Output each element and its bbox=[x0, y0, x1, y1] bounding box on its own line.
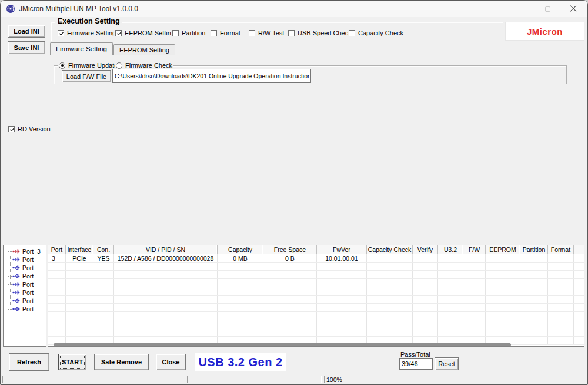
column-header-partition[interactable]: Partition bbox=[520, 245, 548, 254]
table-cell bbox=[463, 287, 486, 295]
tree-item-port[interactable]: Port bbox=[4, 288, 46, 297]
tree-item-port[interactable]: Port bbox=[4, 255, 46, 264]
window-title: JMicron MultipleLUN MP Tool v1.0.0.0 bbox=[19, 5, 138, 13]
tree-item-port[interactable]: Port bbox=[4, 272, 46, 280]
checkbox-label: Firmware Setting bbox=[67, 29, 116, 36]
status-pane-2 bbox=[187, 376, 322, 383]
tree-item-port-3[interactable]: Port 3 bbox=[4, 247, 46, 255]
table-cell bbox=[263, 320, 317, 328]
brand-logo: JMicron bbox=[527, 26, 563, 36]
tree-item-port[interactable]: Port bbox=[4, 264, 46, 272]
column-header-vid-pid-sn[interactable]: VID / PID / SN bbox=[114, 245, 218, 254]
exec-checkbox-r-w-test[interactable]: R/W Test bbox=[248, 29, 285, 36]
minimize-icon bbox=[519, 9, 525, 9]
table-cell bbox=[48, 296, 66, 303]
table-cell bbox=[486, 254, 520, 262]
close-button[interactable] bbox=[560, 1, 586, 17]
table-cell bbox=[114, 296, 218, 303]
exec-checkbox-partition[interactable]: Partition bbox=[171, 29, 206, 36]
column-header-eeprom[interactable]: EEPROM bbox=[486, 245, 520, 254]
table-cell bbox=[520, 263, 548, 270]
rd-version-checkbox[interactable]: RD Version bbox=[7, 125, 52, 132]
table-cell bbox=[438, 320, 463, 328]
column-header-fwver[interactable]: FwVer bbox=[317, 245, 367, 254]
tree-item-port[interactable]: Port bbox=[4, 305, 46, 313]
tree-item-port[interactable]: Port bbox=[4, 280, 46, 288]
table-cell bbox=[438, 296, 463, 303]
table-cell bbox=[48, 279, 66, 287]
checkbox-icon bbox=[172, 30, 179, 36]
close-app-button[interactable]: Close bbox=[156, 354, 186, 370]
column-header-capacity-check[interactable]: Capacity Check bbox=[367, 245, 413, 254]
usb-icon bbox=[12, 248, 21, 254]
safe-remove-button[interactable]: Safe Remove bbox=[94, 354, 149, 370]
refresh-button[interactable]: Refresh bbox=[9, 353, 49, 371]
tab-firmware-setting[interactable]: Firmware Setting bbox=[50, 42, 113, 55]
table-cell bbox=[66, 287, 93, 295]
pass-total-input[interactable] bbox=[399, 358, 433, 370]
fw-file-path-input[interactable] bbox=[112, 69, 311, 83]
table-cell bbox=[367, 263, 413, 270]
tree-item-label: Port bbox=[22, 256, 34, 263]
table-cell: YES bbox=[93, 254, 114, 262]
exec-checkbox-usb-speed-check[interactable]: USB Speed Check bbox=[287, 29, 353, 36]
title-bar: JMicron MultipleLUN MP Tool v1.0.0.0 bbox=[1, 1, 587, 17]
table-cell bbox=[66, 304, 93, 311]
app-window: JMicron MultipleLUN MP Tool v1.0.0.0 Loa… bbox=[0, 0, 588, 385]
column-header-format[interactable]: Format bbox=[548, 245, 574, 254]
table-cell bbox=[438, 287, 463, 295]
column-header-interface[interactable]: Interface bbox=[66, 245, 93, 254]
minimize-button[interactable] bbox=[509, 1, 534, 17]
firmware-update-label: Firmware Update bbox=[68, 62, 118, 69]
table-cell: 0 B bbox=[263, 254, 317, 262]
table-cell: PCIe bbox=[66, 254, 93, 262]
table-cell bbox=[263, 312, 317, 320]
maximize-button bbox=[534, 1, 560, 17]
table-cell bbox=[548, 296, 574, 303]
table-cell bbox=[66, 320, 93, 328]
column-header-u3.2[interactable]: U3.2 bbox=[438, 245, 463, 254]
tree-branch-line bbox=[8, 301, 12, 301]
column-header-verify[interactable]: Verify bbox=[413, 245, 438, 254]
table-cell bbox=[66, 296, 93, 303]
brand-logo-box: JMicron bbox=[505, 22, 584, 41]
exec-checkbox-format[interactable]: Format bbox=[209, 29, 242, 36]
load-ini-button[interactable]: Load INI bbox=[8, 25, 45, 38]
column-header-capacity[interactable]: Capacity bbox=[218, 245, 263, 254]
table-cell bbox=[218, 304, 263, 311]
horizontal-scrollbar[interactable] bbox=[54, 343, 511, 346]
table-cell bbox=[486, 304, 520, 311]
column-header-port[interactable]: Port bbox=[48, 245, 66, 254]
load-fw-file-button[interactable]: Load F/W File bbox=[62, 70, 111, 82]
table-cell bbox=[114, 279, 218, 287]
table-cell bbox=[413, 304, 438, 311]
start-button[interactable]: START bbox=[58, 354, 86, 370]
tree-item-port[interactable]: Port bbox=[4, 297, 46, 305]
table-cell bbox=[114, 304, 218, 311]
column-header-f-w[interactable]: F/W bbox=[463, 245, 486, 254]
exec-checkbox-eeprom-setting[interactable]: EEPROM Setting bbox=[114, 29, 176, 36]
radio-icon bbox=[116, 62, 122, 69]
save-ini-button[interactable]: Save INI bbox=[8, 41, 45, 54]
table-cell bbox=[413, 279, 438, 287]
checkbox-label: Capacity Check bbox=[358, 29, 403, 36]
firmware-update-radio[interactable]: Firmware Update bbox=[58, 62, 119, 69]
table-cell bbox=[114, 312, 218, 320]
column-header-con.[interactable]: Con. bbox=[93, 245, 114, 254]
column-header-free-space[interactable]: Free Space bbox=[263, 245, 317, 254]
tree-branch-line bbox=[8, 251, 12, 252]
table-cell: 152D / A586 / DD00000000000028 bbox=[114, 254, 218, 262]
exec-checkbox-capacity-check[interactable]: Capacity Check bbox=[348, 29, 405, 36]
tab-eeprom-setting[interactable]: EEPROM Setting bbox=[113, 44, 175, 55]
table-cell bbox=[548, 304, 574, 311]
table-cell bbox=[114, 271, 218, 278]
table-cell bbox=[367, 328, 413, 336]
table-cell bbox=[463, 312, 486, 320]
table-row[interactable]: 3PCIeYES152D / A586 / DD000000000000280 … bbox=[48, 254, 584, 263]
reset-button[interactable]: Reset bbox=[435, 357, 459, 370]
exec-checkbox-firmware-setting[interactable]: Firmware Setting bbox=[56, 29, 117, 36]
firmware-check-radio[interactable]: Firmware Check bbox=[115, 62, 173, 69]
table-cell bbox=[317, 287, 367, 295]
table-cell bbox=[263, 296, 317, 303]
table-cell bbox=[93, 296, 114, 303]
